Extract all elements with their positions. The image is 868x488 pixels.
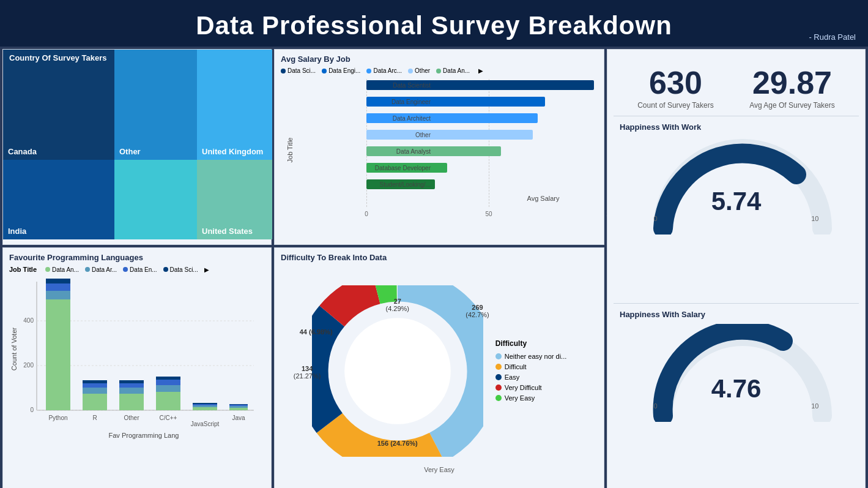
- legend-data-ar: Data Ar...: [85, 266, 117, 273]
- bar-other: Other: [366, 129, 598, 141]
- lang-legend-label: Job Title: [9, 266, 37, 273]
- r-bar-1: [83, 394, 107, 410]
- difficulty-legend: Difficulty Neither easy nor di... Diffic…: [495, 339, 567, 405]
- legend-item: Data Arc...: [366, 67, 402, 74]
- header: Data Professional Survey Breakdown - Rud…: [0, 0, 868, 47]
- other-label: Other: [119, 147, 141, 156]
- bar-db-developer: Database Developer: [366, 162, 598, 174]
- svg-text:Count of Voter: Count of Voter: [10, 328, 18, 371]
- cpp-bar-2: [156, 385, 180, 392]
- salary-title: Avg Salary By Job: [281, 54, 598, 64]
- age-stat: 29.87 Avg Age Of Survey Takers: [749, 67, 835, 110]
- salary-panel: Avg Salary By Job Data Sci... Data Engi.…: [274, 49, 604, 245]
- lang-legend: Job Title Data An... Data Ar... Data En.…: [9, 266, 265, 273]
- happiness-work-title: Happiness With Work: [620, 122, 853, 132]
- more-icon[interactable]: ▶: [478, 67, 483, 74]
- happiness-work-value: 5.74: [711, 187, 762, 216]
- diff-chart-wrapper: 27 (4.29%) 44 (6.98%) 134 (21.27%) 269 (…: [281, 266, 598, 478]
- diff-panel: Difficulty To Break Into Data: [274, 247, 604, 488]
- gauge-salary-max: 10: [811, 402, 818, 410]
- svg-text:Python: Python: [48, 415, 67, 421]
- legend-data-an: Data An...: [45, 266, 79, 273]
- legend-item: Data Engi...: [322, 67, 360, 74]
- legend-item: Data An...: [436, 67, 470, 74]
- bar-data-architect: Data Architect: [366, 112, 598, 124]
- diff-title: Difficulty To Break Into Data: [281, 253, 598, 262]
- other-bar-4: [119, 380, 144, 383]
- count-number: 630: [637, 67, 714, 99]
- svg-text:Java: Java: [232, 415, 245, 421]
- svg-text:JavaScript: JavaScript: [191, 421, 220, 427]
- js-bar-2: [193, 405, 217, 407]
- js-bar-1: [193, 407, 217, 410]
- gauge-work-max: 10: [811, 215, 818, 222]
- svg-text:Fav Programming Lang: Fav Programming Lang: [109, 432, 179, 439]
- lang-panel: Favourite Programming Languages Job Titl…: [2, 247, 272, 488]
- happiness-salary-value: 4.76: [711, 374, 762, 404]
- bar-chart-container: 0 50 100 Data Scientist Data Engineer Da…: [299, 79, 598, 220]
- cpp-bar-1: [156, 392, 180, 410]
- count-stat: 630 Count of Survey Takers: [637, 67, 714, 110]
- java-bar-4: [229, 404, 248, 405]
- gauge-work-min: 0: [654, 215, 658, 222]
- cpp-bar-3: [156, 380, 180, 385]
- treemap-uk: United Kingdom: [197, 50, 272, 160]
- java-bar-3: [229, 405, 248, 406]
- author: - Rudra Patel: [809, 32, 856, 42]
- gauge-salary-min: 0: [654, 402, 658, 410]
- other-bar-3: [119, 383, 144, 388]
- x-axis-label: Avg Salary: [489, 195, 598, 202]
- happiness-salary-section: Happiness With Salary 4.76 0 10: [614, 303, 859, 484]
- more-lang-icon[interactable]: ▶: [204, 266, 209, 273]
- bar-data-analyst: Data Analyst: [366, 145, 598, 157]
- happiness-work-section: Happiness With Work 5.74 0 10: [614, 116, 859, 297]
- happiness-salary-gauge: 4.76 0 10: [651, 324, 822, 410]
- country-panel-title: Country Of Survey Takers: [9, 53, 106, 62]
- svg-text:400: 400: [23, 317, 34, 324]
- python-bar-3: [46, 283, 70, 291]
- svg-point-16: [344, 318, 451, 424]
- lang-title: Favourite Programming Languages: [9, 253, 265, 262]
- donut-wrapper: 27 (4.29%) 44 (6.98%) 134 (21.27%) 269 (…: [312, 285, 483, 459]
- legend-item: Other: [408, 67, 430, 74]
- legend-easy: Easy: [495, 374, 567, 381]
- svg-text:R: R: [92, 415, 97, 421]
- r-bar-4: [83, 380, 107, 383]
- happiness-work-gauge: 5.74 0 10: [651, 137, 822, 222]
- bar-student: Student/Looking/...: [366, 178, 598, 190]
- uk-label: United Kingdom: [202, 147, 263, 156]
- legend-very-difficult: Very Difficult: [495, 384, 567, 391]
- legend-difficult: Difficult: [495, 363, 567, 370]
- svg-text:C/C++: C/C++: [160, 415, 177, 421]
- treemap-other: Other: [114, 50, 197, 160]
- other-bar-1: [119, 394, 144, 410]
- java-bar-2: [229, 406, 248, 408]
- diff-label-difficult: 134 (21.27%): [294, 365, 321, 380]
- happiness-salary-title: Happiness With Salary: [620, 310, 853, 319]
- treemap-us: United States: [197, 160, 272, 239]
- salary-chart-area: Job Title 0 50 100 Data Scientist: [281, 79, 598, 220]
- python-bar-4: [46, 279, 70, 283]
- india-label: India: [8, 227, 26, 236]
- other-bar-2: [119, 388, 144, 394]
- age-label: Avg Age Of Survey Takers: [749, 101, 835, 110]
- treemap-other-bottom: [114, 160, 197, 239]
- python-bar-2: [46, 291, 70, 299]
- bar-data-engineer: Data Engineer: [366, 96, 598, 108]
- svg-text:Other: Other: [124, 415, 139, 421]
- svg-text:0: 0: [30, 407, 34, 413]
- count-label: Count of Survey Takers: [637, 101, 714, 110]
- legend-neither: Neither easy nor di...: [495, 353, 567, 360]
- treemap: Country Of Survey Takers Canada Other Un…: [3, 50, 271, 244]
- difficulty-legend-title: Difficulty: [495, 339, 567, 348]
- python-bar-1: [46, 299, 70, 410]
- salary-legend: Data Sci... Data Engi... Data Arc... Oth…: [281, 67, 598, 74]
- legend-item: Data Sci...: [281, 67, 316, 74]
- stats-numbers: 630 Count of Survey Takers 29.87 Avg Age…: [614, 54, 859, 116]
- r-bar-3: [83, 383, 107, 388]
- treemap-india: India: [3, 160, 114, 239]
- diff-label-neither: 27 (4.29%): [385, 298, 409, 312]
- legend-data-sci: Data Sci...: [163, 266, 198, 273]
- java-bar-1: [229, 408, 248, 410]
- y-axis-label: Job Title: [286, 137, 294, 162]
